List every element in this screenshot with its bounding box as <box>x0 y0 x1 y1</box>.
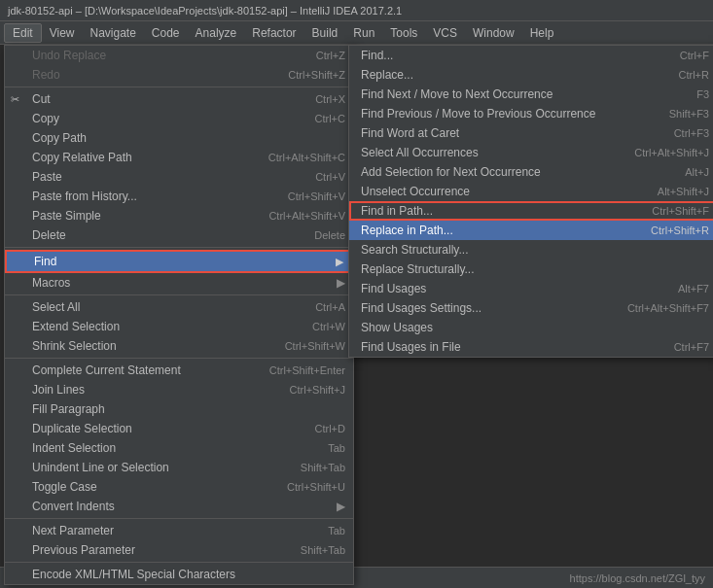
title-text: jdk-80152-api – [D:\Workspace\IdeaProjec… <box>8 5 402 17</box>
find-menu-add-next[interactable]: Add Selection for Next Occurrence Alt+J <box>349 162 713 182</box>
menu-select-all[interactable]: Select All Ctrl+A <box>5 297 353 317</box>
menu-join-lines[interactable]: Join Lines Ctrl+Shift+J <box>5 380 353 399</box>
menu-copy[interactable]: Copy Ctrl+C <box>5 109 353 128</box>
find-menu-search-structurally[interactable]: Search Structurally... <box>349 240 713 259</box>
menu-view[interactable]: View <box>42 24 83 42</box>
separator-4 <box>5 358 353 359</box>
menu-paste[interactable]: Paste Ctrl+V <box>5 167 353 187</box>
find-menu-next[interactable]: Find Next / Move to Next Occurrence F3 <box>349 85 713 104</box>
menu-fill-paragraph[interactable]: Fill Paragraph <box>5 399 353 419</box>
find-menu-select-all[interactable]: Select All Occurrences Ctrl+Alt+Shift+J <box>349 143 713 162</box>
menu-find[interactable]: Find ▶ <box>5 250 353 273</box>
find-menu-prev[interactable]: Find Previous / Move to Previous Occurre… <box>349 104 713 123</box>
edit-menu-dropdown: Undo Replace Ctrl+Z Redo Ctrl+Shift+Z ✂ … <box>4 45 354 585</box>
menu-next-parameter[interactable]: Next Parameter Tab <box>5 521 353 540</box>
cut-icon: ✂ <box>11 93 19 106</box>
menu-build[interactable]: Build <box>304 24 346 42</box>
find-menu-replace-in-path[interactable]: Replace in Path... Ctrl+Shift+R <box>349 221 713 240</box>
menu-shrink-selection[interactable]: Shrink Selection Ctrl+Shift+W <box>5 336 353 356</box>
menu-copy-path[interactable]: Copy Path <box>5 128 353 148</box>
menu-paste-history[interactable]: Paste from History... Ctrl+Shift+V <box>5 187 353 206</box>
find-menu-find-usages[interactable]: Find Usages Alt+F7 <box>349 279 713 298</box>
find-menu-word-at-caret[interactable]: Find Word at Caret Ctrl+F3 <box>349 123 713 143</box>
menu-cut[interactable]: ✂ Cut Ctrl+X <box>5 89 353 109</box>
find-menu-show-usages[interactable]: Show Usages <box>349 318 713 337</box>
menu-copy-relative-path[interactable]: Copy Relative Path Ctrl+Alt+Shift+C <box>5 148 353 167</box>
separator-6 <box>5 562 353 563</box>
find-menu-find-usages-settings[interactable]: Find Usages Settings... Ctrl+Alt+Shift+F… <box>349 298 713 318</box>
menu-paste-simple[interactable]: Paste Simple Ctrl+Alt+Shift+V <box>5 206 353 225</box>
menu-encode-xml[interactable]: Encode XML/HTML Special Characters <box>5 565 353 584</box>
menu-delete[interactable]: Delete Delete <box>5 225 353 245</box>
menu-navigate[interactable]: Navigate <box>82 24 143 42</box>
menu-redo[interactable]: Redo Ctrl+Shift+Z <box>5 65 353 85</box>
find-menu-unselect[interactable]: Unselect Occurrence Alt+Shift+J <box>349 182 713 201</box>
status-right-text: https://blog.csdn.net/ZGl_tyy <box>570 572 705 584</box>
find-menu-replace[interactable]: Replace... Ctrl+R <box>349 65 713 85</box>
menu-analyze[interactable]: Analyze <box>188 24 245 42</box>
find-menu-find-usages-in-file[interactable]: Find Usages in File Ctrl+F7 <box>349 337 713 357</box>
menu-toggle-case[interactable]: Toggle Case Ctrl+Shift+U <box>5 477 353 497</box>
menu-unindent[interactable]: Unindent Line or Selection Shift+Tab <box>5 458 353 477</box>
menu-undo-replace[interactable]: Undo Replace Ctrl+Z <box>5 46 353 65</box>
menu-help[interactable]: Help <box>522 24 562 42</box>
menu-complete-statement[interactable]: Complete Current Statement Ctrl+Shift+En… <box>5 361 353 380</box>
menu-window[interactable]: Window <box>465 24 522 42</box>
menu-bar: Edit View Navigate Code Analyze Refactor… <box>0 21 713 45</box>
menu-indent[interactable]: Indent Selection Tab <box>5 438 353 458</box>
separator-5 <box>5 518 353 519</box>
menu-run[interactable]: Run <box>345 24 382 42</box>
menu-extend-selection[interactable]: Extend Selection Ctrl+W <box>5 317 353 336</box>
find-menu-find-in-path[interactable]: Find in Path... Ctrl+Shift+F <box>349 201 713 221</box>
menu-tools[interactable]: Tools <box>382 24 425 42</box>
separator-3 <box>5 294 353 295</box>
find-menu-find[interactable]: Find... Ctrl+F <box>349 46 713 65</box>
menu-convert-indents[interactable]: Convert Indents ▶ <box>5 497 353 516</box>
separator-1 <box>5 86 353 87</box>
find-submenu-dropdown: Find... Ctrl+F Replace... Ctrl+R Find Ne… <box>348 45 713 358</box>
find-menu-replace-structurally[interactable]: Replace Structurally... <box>349 259 713 279</box>
menu-prev-parameter[interactable]: Previous Parameter Shift+Tab <box>5 540 353 560</box>
menu-edit[interactable]: Edit <box>4 23 42 43</box>
menu-vcs[interactable]: VCS <box>425 24 465 42</box>
menu-code[interactable]: Code <box>144 24 188 42</box>
menu-macros[interactable]: Macros ▶ <box>5 273 353 293</box>
title-bar: jdk-80152-api – [D:\Workspace\IdeaProjec… <box>0 0 713 21</box>
separator-2 <box>5 247 353 248</box>
menu-refactor[interactable]: Refactor <box>244 24 303 42</box>
menu-duplicate[interactable]: Duplicate Selection Ctrl+D <box>5 419 353 438</box>
